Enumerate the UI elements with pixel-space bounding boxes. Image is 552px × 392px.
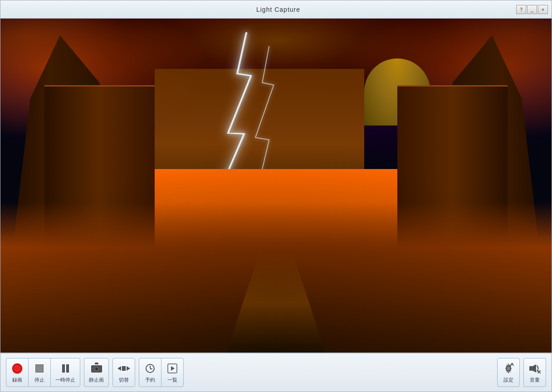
video-area bbox=[0, 19, 552, 353]
camera-lens bbox=[94, 367, 99, 371]
video-content bbox=[0, 19, 552, 353]
schedule-icon bbox=[144, 362, 156, 375]
stop-icon bbox=[33, 362, 46, 375]
switch-arrows-icon bbox=[117, 366, 130, 371]
settings-gear-icon bbox=[503, 363, 514, 374]
record-group: 録画 停止 一時停止 bbox=[6, 358, 80, 387]
pause-bar-2 bbox=[66, 364, 69, 373]
snapshot-icon bbox=[90, 362, 103, 375]
clock-icon bbox=[146, 364, 155, 373]
svg-rect-5 bbox=[529, 366, 532, 371]
volume-speaker-icon bbox=[529, 363, 541, 373]
switch-icon bbox=[117, 362, 130, 375]
pause-button[interactable]: 一時停止 bbox=[51, 358, 80, 387]
arrow-left-icon bbox=[117, 366, 121, 371]
settings-icon bbox=[502, 362, 515, 375]
switch-middle bbox=[122, 366, 126, 371]
record-button[interactable]: 録画 bbox=[6, 358, 29, 387]
stop-button[interactable]: 停止 bbox=[29, 358, 51, 387]
list-button[interactable]: 一覧 bbox=[161, 358, 183, 387]
list-label: 一覧 bbox=[167, 377, 177, 383]
list-icon bbox=[166, 362, 179, 375]
settings-group: 設定 bbox=[497, 358, 520, 387]
arrow-right-icon bbox=[127, 366, 130, 371]
help-button[interactable]: ? bbox=[516, 5, 526, 14]
window-title: Light Capture bbox=[256, 6, 300, 13]
volume-button[interactable]: 音量 bbox=[524, 358, 546, 387]
title-bar-controls: ? _ × bbox=[516, 5, 548, 14]
switch-button[interactable]: 切替 bbox=[113, 358, 135, 387]
svg-marker-1 bbox=[171, 366, 175, 371]
switch-label: 切替 bbox=[119, 377, 129, 383]
toolbar: 録画 停止 一時停止 bbox=[0, 353, 552, 392]
close-button[interactable]: × bbox=[538, 5, 548, 14]
settings-label: 設定 bbox=[503, 377, 513, 383]
snapshot-group: 静止画 bbox=[84, 358, 109, 387]
camera-icon bbox=[91, 364, 102, 373]
svg-marker-6 bbox=[532, 364, 536, 373]
record-icon bbox=[11, 362, 24, 375]
switch-group: 切替 bbox=[112, 358, 135, 387]
schedule-group: 予約 一覧 bbox=[139, 358, 184, 387]
record-label: 録画 bbox=[12, 377, 22, 383]
svg-line-4 bbox=[512, 363, 513, 365]
schedule-label: 予約 bbox=[145, 377, 155, 383]
volume-label: 音量 bbox=[530, 377, 540, 383]
snapshot-button[interactable]: 静止画 bbox=[84, 358, 108, 387]
stop-label: 停止 bbox=[34, 377, 44, 383]
snapshot-label: 静止画 bbox=[89, 377, 104, 383]
title-bar: Light Capture ? _ × bbox=[0, 0, 552, 19]
pause-icon bbox=[59, 362, 72, 375]
volume-group: 音量 bbox=[523, 358, 546, 387]
list-play-icon bbox=[167, 363, 177, 373]
settings-button[interactable]: 設定 bbox=[498, 358, 519, 387]
stop-square-icon bbox=[35, 364, 44, 373]
pause-label: 一時停止 bbox=[55, 377, 75, 383]
pause-bar-1 bbox=[62, 364, 65, 373]
main-window: Light Capture ? _ × bbox=[0, 0, 552, 392]
schedule-button[interactable]: 予約 bbox=[139, 358, 161, 387]
volume-icon bbox=[528, 362, 541, 375]
record-dot-icon bbox=[12, 363, 22, 373]
minimize-button[interactable]: _ bbox=[527, 5, 537, 14]
camera-bump bbox=[95, 363, 98, 364]
pause-bars-icon bbox=[62, 364, 69, 373]
